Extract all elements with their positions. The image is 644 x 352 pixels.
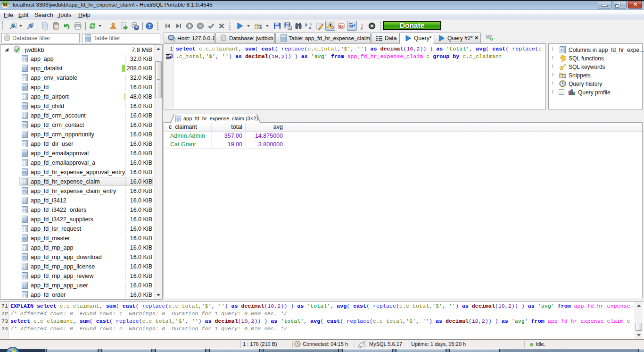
svg-text:b: b: [305, 22, 307, 27]
svg-text:a: a: [309, 25, 312, 30]
svg-text:;: ;: [360, 23, 364, 30]
svg-text:?: ?: [148, 23, 151, 29]
svg-text:0x: 0x: [339, 24, 344, 29]
